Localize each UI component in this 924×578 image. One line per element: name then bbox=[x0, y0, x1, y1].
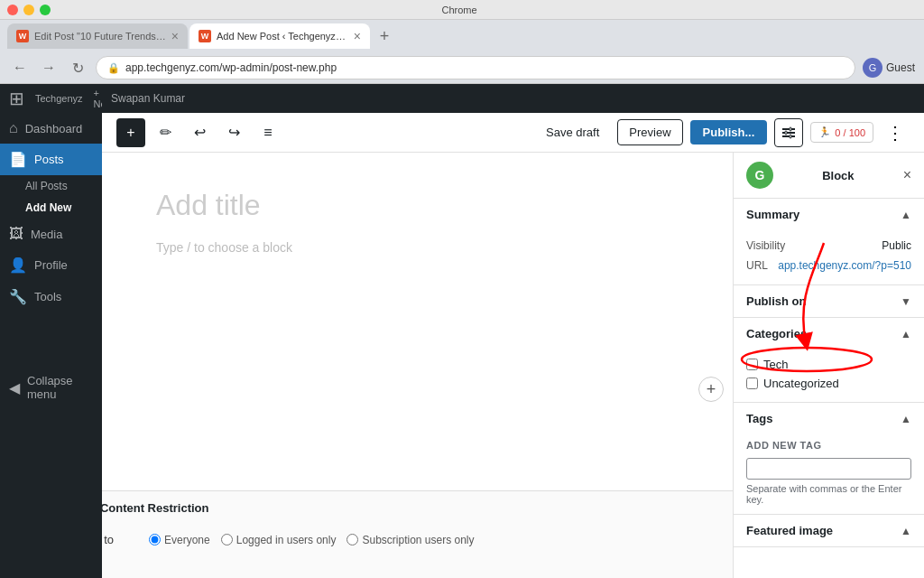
summary-section-body: Visibility Public URL app.techgenyz.com/… bbox=[734, 230, 924, 284]
summary-section-title: Summary bbox=[746, 208, 799, 221]
tab-label-1: Edit Post "10 Future Trends in ... bbox=[34, 31, 166, 42]
sidebar-sub-all-posts[interactable]: All Posts bbox=[0, 175, 102, 197]
titlebar-title: Chrome bbox=[2, 5, 917, 15]
preview-button[interactable]: Preview bbox=[617, 119, 682, 145]
wp-logo-icon: ⊞ bbox=[9, 88, 24, 109]
sidebar-item-posts[interactable]: 📄 Posts bbox=[0, 144, 102, 175]
category-label-uncategorized: Uncategorized bbox=[763, 377, 839, 390]
visibility-value: Public bbox=[882, 239, 911, 252]
tab-label-2: Add New Post ‹ Techgenyz — bbox=[217, 31, 348, 42]
sidebar-collapse[interactable]: ◀ Collapse menu bbox=[0, 367, 102, 408]
panel-header: G Block × bbox=[734, 153, 924, 199]
site-name-link[interactable]: Techgenyz bbox=[35, 93, 83, 104]
radio-subscription-label: Subscription users only bbox=[362, 534, 474, 546]
tab-add-new-post[interactable]: W Add New Post ‹ Techgenyz — × bbox=[189, 23, 370, 49]
tab-close-1[interactable]: × bbox=[171, 29, 179, 43]
site-name-text: Techgenyz bbox=[35, 93, 83, 104]
new-post-link[interactable]: + New bbox=[94, 88, 102, 109]
edit-mode-button[interactable]: ✏ bbox=[151, 118, 180, 147]
forward-button[interactable]: → bbox=[38, 57, 60, 79]
post-title-input[interactable]: Add title bbox=[156, 189, 679, 222]
collapse-icon: ◀ bbox=[9, 379, 20, 396]
address-right: G Guest bbox=[863, 58, 915, 78]
all-posts-label: All Posts bbox=[25, 180, 68, 192]
settings-toggle-button[interactable] bbox=[774, 118, 803, 147]
categories-section-header[interactable]: Categories ▲ bbox=[734, 318, 924, 350]
url-label: URL bbox=[746, 259, 768, 272]
admin-bar-user[interactable]: Swapan Kumar bbox=[111, 92, 185, 105]
radio-everyone-input[interactable] bbox=[149, 534, 161, 545]
featured-image-title: Featured image bbox=[746, 524, 833, 537]
category-checkbox-uncategorized[interactable] bbox=[746, 378, 758, 389]
radio-everyone[interactable]: Everyone bbox=[149, 534, 210, 546]
category-item-tech[interactable]: Tech bbox=[746, 355, 911, 374]
top-admin-bar: Swapan Kumar bbox=[102, 84, 924, 113]
reload-button[interactable]: ↻ bbox=[67, 57, 88, 79]
list-view-button[interactable]: ≡ bbox=[254, 118, 282, 147]
tab-bar: W Edit Post "10 Future Trends in ... × W… bbox=[0, 20, 924, 52]
sidebar-item-profile[interactable]: 👤 Profile bbox=[0, 249, 102, 281]
sidebar-item-tools[interactable]: 🔧 Tools bbox=[0, 281, 102, 312]
featured-image-header[interactable]: Featured image ▲ bbox=[734, 515, 924, 546]
summary-chevron-icon: ▲ bbox=[901, 209, 911, 221]
url-link[interactable]: app.techgenyz.com/?p=510 bbox=[778, 259, 911, 272]
panel-avatar: G bbox=[746, 162, 773, 189]
wpuf-header[interactable]: WPUF Content Restriction ▲ bbox=[102, 491, 733, 524]
publish-button[interactable]: Publish... bbox=[690, 120, 768, 144]
right-panel: G Block × Summary ▲ Visibility Public bbox=[733, 153, 924, 578]
tab-edit-post[interactable]: W Edit Post "10 Future Trends in ... × bbox=[7, 23, 188, 49]
categories-section-title: Categories bbox=[746, 327, 807, 340]
score-label: 0 / 100 bbox=[835, 127, 865, 138]
new-tab-button[interactable]: + bbox=[372, 23, 397, 49]
posts-icon: 📄 bbox=[9, 151, 27, 168]
dashboard-icon: ⌂ bbox=[9, 120, 18, 136]
wpuf-body: Display to Everyone Logged in users only bbox=[102, 524, 733, 555]
summary-section-header[interactable]: Summary ▲ bbox=[734, 199, 924, 230]
profile-button[interactable]: G Guest bbox=[863, 58, 915, 78]
tags-section-body: ADD NEW TAG Separate with commas or the … bbox=[734, 434, 924, 514]
panel-tags-section: Tags ▲ ADD NEW TAG Separate with commas … bbox=[734, 403, 924, 515]
wpuf-section: WPUF Content Restriction ▲ Display to Ev… bbox=[102, 490, 733, 578]
add-block-button[interactable]: + bbox=[116, 118, 145, 147]
sidebar-item-label-tools: Tools bbox=[34, 290, 61, 303]
inline-add-block-button[interactable]: + bbox=[698, 377, 724, 402]
url-bar[interactable]: 🔒 app.techgenyz.com/wp-admin/post-new.ph… bbox=[96, 56, 855, 79]
save-draft-button[interactable]: Save draft bbox=[535, 120, 610, 144]
admin-bar: ⊞ Techgenyz + New bbox=[0, 84, 102, 113]
sidebar-sub-add-new[interactable]: Add New bbox=[0, 197, 102, 219]
panel-publish-section: Publish on ▼ bbox=[734, 285, 924, 318]
back-button[interactable]: ← bbox=[9, 57, 31, 79]
score-button[interactable]: 🏃 0 / 100 bbox=[810, 122, 873, 143]
tags-input[interactable] bbox=[746, 458, 911, 480]
sidebar-item-label-profile: Profile bbox=[34, 258, 68, 272]
editor-content[interactable]: Add title Type / to choose a block + WPU… bbox=[102, 153, 733, 578]
category-item-uncategorized[interactable]: Uncategorized bbox=[746, 374, 911, 393]
more-options-button[interactable]: ⋮ bbox=[881, 118, 910, 147]
tab-close-2[interactable]: × bbox=[354, 29, 361, 43]
svg-rect-2 bbox=[782, 135, 795, 137]
panel-close-button[interactable]: × bbox=[903, 167, 911, 183]
tags-section-header[interactable]: Tags ▲ bbox=[734, 403, 924, 434]
radio-logged-in[interactable]: Logged in users only bbox=[221, 534, 337, 546]
radio-subscription[interactable]: Subscription users only bbox=[346, 534, 474, 546]
undo-button[interactable]: ↩ bbox=[185, 118, 214, 147]
tags-chevron-icon: ▲ bbox=[901, 413, 911, 425]
publish-section-header[interactable]: Publish on ▼ bbox=[734, 285, 924, 317]
post-meta: Post bbox=[102, 555, 733, 578]
post-body-hint[interactable]: Type / to choose a block bbox=[156, 240, 679, 255]
score-icon: 🏃 bbox=[818, 126, 831, 138]
panel-title: Block bbox=[822, 169, 854, 182]
svg-rect-1 bbox=[782, 132, 795, 134]
tools-icon: 🔧 bbox=[9, 288, 27, 305]
tab-favicon-2: W bbox=[199, 30, 211, 42]
sidebar-item-media[interactable]: 🖼 Media bbox=[0, 219, 102, 249]
radio-subscription-input[interactable] bbox=[346, 534, 358, 545]
media-icon: 🖼 bbox=[9, 226, 23, 242]
category-label-tech: Tech bbox=[763, 358, 788, 371]
sidebar-item-dashboard[interactable]: ⌂ Dashboard bbox=[0, 113, 102, 144]
sidebar-collapse-label: Collapse menu bbox=[27, 374, 93, 401]
tab-favicon-1: W bbox=[16, 30, 29, 42]
redo-button[interactable]: ↪ bbox=[219, 118, 248, 147]
category-checkbox-tech[interactable] bbox=[746, 359, 758, 370]
radio-logged-in-input[interactable] bbox=[221, 534, 233, 545]
